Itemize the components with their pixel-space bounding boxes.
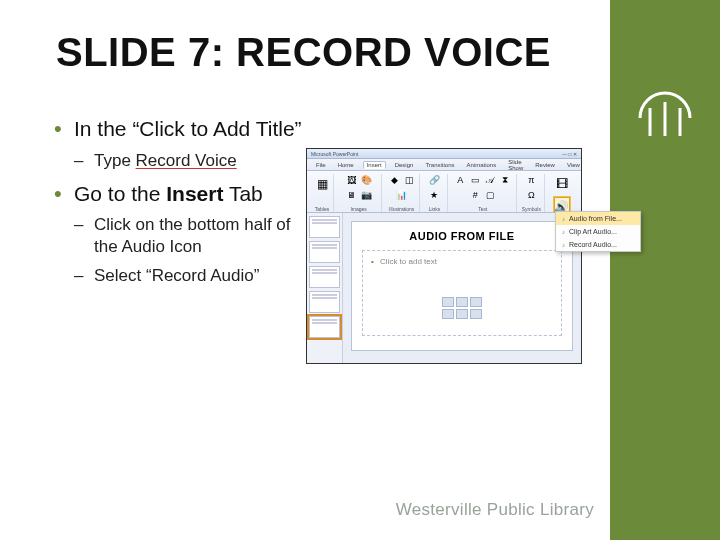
slide-thumbnails — [307, 213, 343, 363]
app-title: Microsoft PowerPoint — [311, 151, 358, 157]
ribbon-tabs: File Home Insert Design Transitions Anim… — [307, 159, 581, 171]
bullet-1-text: In the “Click to Add Title” — [74, 117, 302, 140]
date-icon[interactable]: ⧗ — [499, 174, 511, 186]
editing-slide[interactable]: AUDIO FROM FILE Click to add text — [351, 221, 573, 351]
ph-chart-icon[interactable] — [456, 297, 468, 307]
bullet-2-sub-2: Select “Record Audio” — [74, 265, 314, 286]
tab-file[interactable]: File — [313, 162, 329, 168]
window-controls-icon: — □ ✕ — [562, 151, 577, 157]
bullet-2-sub-1: Click on the bottom half of the Audio Ic… — [74, 214, 314, 257]
tab-review[interactable]: Review — [532, 162, 558, 168]
textbox-icon[interactable]: A — [454, 174, 466, 186]
brand-logo-icon — [632, 78, 698, 144]
clipart-icon[interactable]: 🎨 — [360, 174, 372, 186]
ribbon-group-media: 🎞 🔊 Media — [547, 174, 577, 212]
tab-home[interactable]: Home — [335, 162, 357, 168]
tab-animations[interactable]: Animations — [464, 162, 500, 168]
screenshot-icon[interactable]: 🖥 — [345, 189, 357, 201]
tab-transitions[interactable]: Transitions — [422, 162, 457, 168]
menu-clipart-audio[interactable]: Clip Art Audio... — [556, 225, 640, 238]
smartart-icon[interactable]: ◫ — [403, 174, 415, 186]
tab-view[interactable]: View — [564, 162, 583, 168]
number-icon[interactable]: # — [469, 189, 481, 201]
ph-clipart-icon[interactable] — [456, 309, 468, 319]
ribbon-group-text: A ▭ 𝒜 ⧗ # ▢ Text — [450, 174, 517, 212]
object-icon[interactable]: ▢ — [484, 189, 496, 201]
equation-icon[interactable]: π — [525, 174, 537, 186]
bullet-1: In the “Click to Add Title” Type Record … — [54, 116, 314, 171]
ph-picture-icon[interactable] — [442, 309, 454, 319]
tab-slideshow[interactable]: Slide Show — [505, 159, 526, 171]
ribbon-group-tables: ▦ Tables — [311, 174, 334, 212]
workspace: AUDIO FROM FILE Click to add text — [307, 213, 581, 363]
slide-canvas: AUDIO FROM FILE Click to add text — [343, 213, 581, 363]
thumbnail[interactable] — [309, 216, 340, 238]
header-footer-icon[interactable]: ▭ — [469, 174, 481, 186]
body-text: In the “Click to Add Title” Type Record … — [54, 116, 314, 296]
slide: SLIDE 7: RECORD VOICE In the “Click to A… — [0, 0, 720, 540]
ribbon-group-images: 🖼 🎨 🖥 📷 Images — [336, 174, 382, 212]
ph-table-icon[interactable] — [442, 297, 454, 307]
thumbnail[interactable] — [309, 291, 340, 313]
ribbon-group-links: 🔗 ★ Links — [422, 174, 448, 212]
menu-audio-from-file[interactable]: Audio from File... — [556, 212, 640, 225]
action-icon[interactable]: ★ — [428, 189, 440, 201]
tab-insert[interactable]: Insert — [363, 161, 386, 169]
slide-card-title: AUDIO FROM FILE — [362, 230, 562, 242]
album-icon[interactable]: 📷 — [360, 189, 372, 201]
placeholder-text: Click to add text — [380, 257, 437, 266]
hyperlink-icon[interactable]: 🔗 — [428, 174, 440, 186]
slide-title: SLIDE 7: RECORD VOICE — [56, 30, 551, 75]
wordart-icon[interactable]: 𝒜 — [484, 174, 496, 186]
ribbon: ▦ Tables 🖼 🎨 🖥 📷 Images ◆ ◫ 📊 Illustr — [307, 171, 581, 213]
window-titlebar: Microsoft PowerPoint — □ ✕ — [307, 149, 581, 159]
bullet-1-sub-1: Type Record Voice — [74, 150, 314, 171]
content-placeholder[interactable]: Click to add text — [362, 250, 562, 336]
ph-smartart-icon[interactable] — [470, 297, 482, 307]
thumbnail-active[interactable] — [309, 316, 340, 338]
table-icon[interactable]: ▦ — [314, 174, 330, 194]
thumbnail[interactable] — [309, 266, 340, 288]
chart-icon[interactable]: 📊 — [396, 189, 408, 201]
video-icon[interactable]: 🎞 — [554, 174, 570, 194]
placeholder-icons — [442, 297, 482, 319]
picture-icon[interactable]: 🖼 — [345, 174, 357, 186]
ribbon-group-illustrations: ◆ ◫ 📊 Illustrations — [384, 174, 420, 212]
menu-record-audio[interactable]: Record Audio... — [556, 238, 640, 251]
symbol-icon[interactable]: Ω — [525, 189, 537, 201]
thumbnail[interactable] — [309, 241, 340, 263]
bullet-2: Go to the Insert Tab Click on the bottom… — [54, 181, 314, 286]
audio-dropdown-menu: Audio from File... Clip Art Audio... Rec… — [555, 211, 641, 252]
footer-brand: Westerville Public Library — [396, 500, 594, 520]
embedded-screenshot: Microsoft PowerPoint — □ ✕ File Home Ins… — [306, 148, 582, 364]
ph-media-icon[interactable] — [470, 309, 482, 319]
tab-design[interactable]: Design — [392, 162, 417, 168]
ribbon-group-symbols: π Ω Symbols — [519, 174, 545, 212]
shapes-icon[interactable]: ◆ — [388, 174, 400, 186]
